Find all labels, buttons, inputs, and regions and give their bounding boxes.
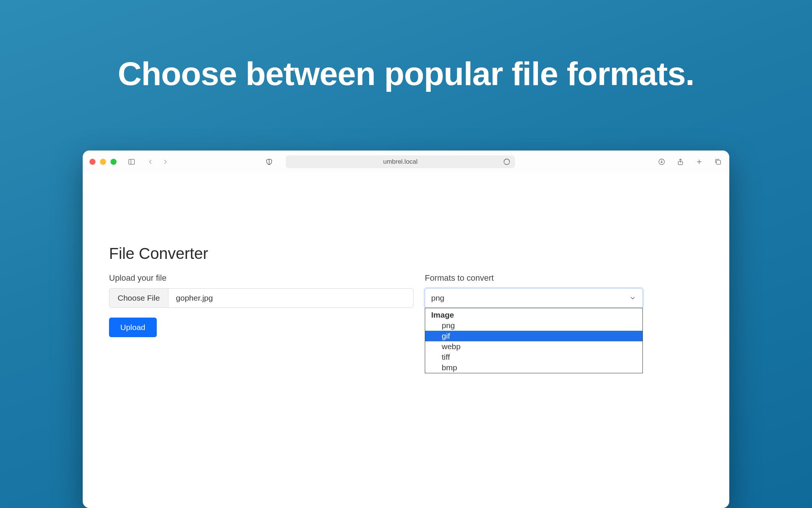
hero-title: Choose between popular file formats. <box>0 0 812 93</box>
chevron-down-icon <box>628 294 637 303</box>
refresh-icon[interactable] <box>502 157 511 166</box>
downloads-icon[interactable] <box>657 157 666 166</box>
browser-window: umbrel.local File Converter Upload you <box>83 151 729 508</box>
form-row: Upload your file Choose File gopher.jpg … <box>109 273 703 337</box>
format-selected-value: png <box>431 294 444 303</box>
svg-rect-0 <box>129 159 135 164</box>
tabs-overview-icon[interactable] <box>714 157 723 166</box>
dropdown-group-label: Image <box>425 308 642 320</box>
back-button[interactable] <box>146 157 155 166</box>
format-label: Formats to convert <box>425 273 643 283</box>
dropdown-option-bmp[interactable]: bmp <box>425 362 642 373</box>
dropdown-option-webp[interactable]: webp <box>425 341 642 352</box>
app-title: File Converter <box>109 245 703 263</box>
page-content: File Converter Upload your file Choose F… <box>83 173 729 337</box>
format-dropdown: Image pnggifwebptiffbmp <box>425 308 643 373</box>
selected-file-name: gopher.jpg <box>168 289 413 307</box>
dropdown-option-png[interactable]: png <box>425 320 642 331</box>
nav-arrows <box>146 157 170 166</box>
sidebar-toggle-icon[interactable] <box>127 157 136 166</box>
forward-button[interactable] <box>161 157 170 166</box>
privacy-shield-icon[interactable] <box>265 157 274 166</box>
svg-rect-8 <box>717 160 721 164</box>
dropdown-option-tiff[interactable]: tiff <box>425 352 642 362</box>
minimize-window-button[interactable] <box>100 159 106 165</box>
choose-file-button[interactable]: Choose File <box>109 289 168 307</box>
browser-toolbar: umbrel.local <box>83 151 729 173</box>
dropdown-option-gif[interactable]: gif <box>425 331 642 341</box>
window-controls <box>89 159 117 165</box>
maximize-window-button[interactable] <box>111 159 117 165</box>
close-window-button[interactable] <box>89 159 95 165</box>
upload-label: Upload your file <box>109 273 414 283</box>
toolbar-right <box>657 157 723 166</box>
share-icon[interactable] <box>676 157 685 166</box>
url-bar[interactable]: umbrel.local <box>286 155 515 168</box>
format-select[interactable]: png <box>425 288 643 308</box>
upload-button[interactable]: Upload <box>109 318 157 337</box>
new-tab-icon[interactable] <box>695 157 704 166</box>
upload-column: Upload your file Choose File gopher.jpg … <box>109 273 414 337</box>
file-input[interactable]: Choose File gopher.jpg <box>109 288 414 308</box>
url-text: umbrel.local <box>383 158 418 166</box>
format-column: Formats to convert png Image pnggifwebpt… <box>425 273 643 308</box>
